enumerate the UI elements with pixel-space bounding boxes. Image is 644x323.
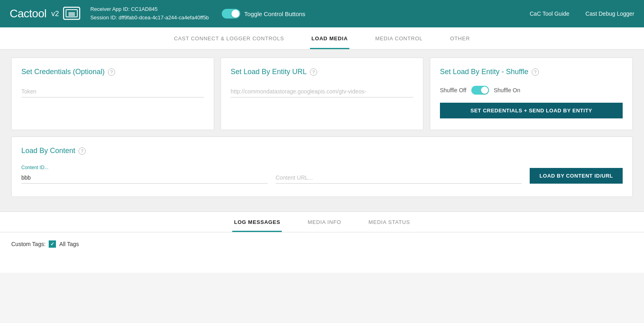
tab-media-info[interactable]: MEDIA INFO: [306, 212, 343, 232]
entity-url-help-icon[interactable]: ?: [310, 68, 317, 76]
content-url-group: [276, 172, 530, 184]
logo-text: Cactool: [10, 7, 46, 20]
tab-media-status[interactable]: MEDIA STATUS: [367, 212, 412, 232]
load-by-content-title-text: Load By Content: [21, 147, 75, 155]
svg-rect-2: [68, 12, 75, 16]
toggle-control-buttons-section: Toggle Control Buttons: [222, 9, 305, 19]
header-toggle-switch[interactable]: [222, 9, 240, 19]
entity-url-title-text: Set Load By Entity URL: [231, 68, 307, 76]
entity-url-card-title: Set Load By Entity URL ?: [231, 68, 413, 76]
credentials-help-icon[interactable]: ?: [108, 68, 115, 76]
load-by-content-title: Load By Content ?: [21, 147, 623, 155]
receiver-app-id: Receiver App ID: CC1AD845: [90, 5, 208, 14]
custom-tags-row: Custom Tags: All Tags: [11, 240, 633, 248]
toggle-control-label: Toggle Control Buttons: [244, 10, 305, 17]
shuffle-off-label: Shuffle Off: [440, 87, 466, 93]
content-id-group: Content ID...: [21, 165, 276, 184]
entity-shuffle-title-text: Set Load By Entity - Shuffle: [440, 68, 528, 76]
tab-load-media[interactable]: LOAD MEDIA: [310, 27, 349, 49]
load-by-content-help-icon[interactable]: ?: [78, 147, 86, 155]
top-cards-row: Set Credentials (Optional) ? Set Load By…: [11, 58, 633, 130]
app-header: Cactool v2 Receiver App ID: CC1AD845 Ses…: [0, 0, 644, 27]
tab-cast-connect[interactable]: CAST CONNECT & LOGGER CONTROLS: [172, 27, 285, 49]
entity-shuffle-card-title: Set Load By Entity - Shuffle ?: [440, 68, 623, 76]
logo-version: v2: [51, 10, 59, 18]
entity-url-input[interactable]: [231, 86, 413, 97]
bottom-section: LOG MESSAGES MEDIA INFO MEDIA STATUS Cus…: [0, 211, 644, 273]
token-input[interactable]: [21, 86, 204, 97]
entity-shuffle-help-icon[interactable]: ?: [532, 68, 539, 76]
shuffle-on-label: Shuffle On: [494, 87, 520, 93]
load-by-content-card: Load By Content ? Content ID... LOAD BY …: [11, 137, 633, 197]
tab-other[interactable]: OTHER: [448, 27, 472, 49]
credentials-card: Set Credentials (Optional) ?: [11, 58, 214, 130]
bottom-tabs: LOG MESSAGES MEDIA INFO MEDIA STATUS: [0, 212, 644, 232]
cast-icon: [63, 6, 80, 21]
bottom-content: Custom Tags: All Tags: [0, 232, 644, 273]
custom-tags-label: Custom Tags:: [11, 241, 45, 247]
all-tags-checkbox[interactable]: [49, 240, 56, 248]
logo: Cactool v2: [10, 6, 80, 21]
entity-url-card: Set Load By Entity URL ?: [221, 58, 423, 130]
content-url-input[interactable]: [276, 172, 522, 184]
shuffle-toggle-switch[interactable]: [471, 86, 489, 95]
main-nav-tabs: CAST CONNECT & LOGGER CONTROLS LOAD MEDI…: [0, 27, 644, 50]
credentials-card-title: Set Credentials (Optional) ?: [21, 68, 204, 76]
main-content: Set Credentials (Optional) ? Set Load By…: [0, 50, 644, 211]
content-id-label: Content ID...: [21, 165, 268, 170]
cac-tool-guide-link[interactable]: CaC Tool Guide: [530, 10, 570, 17]
header-nav: CaC Tool Guide Cast Debug Logger: [530, 10, 634, 17]
tab-media-control[interactable]: MEDIA CONTROL: [374, 27, 424, 49]
all-tags-label: All Tags: [59, 241, 79, 247]
content-id-input[interactable]: [21, 172, 268, 184]
session-info: Receiver App ID: CC1AD845 Session ID: df…: [90, 5, 208, 22]
cast-debug-logger-link[interactable]: Cast Debug Logger: [586, 10, 634, 17]
session-id: Session ID: dff9fab0-dcea-4c17-a244-ca4e…: [90, 14, 208, 22]
content-fields-row: Content ID... LOAD BY CONTENT ID/URL: [21, 165, 623, 184]
credentials-title-text: Set Credentials (Optional): [21, 68, 105, 76]
entity-shuffle-card: Set Load By Entity - Shuffle ? Shuffle O…: [430, 58, 633, 130]
tab-log-messages[interactable]: LOG MESSAGES: [232, 212, 282, 232]
load-by-content-button[interactable]: LOAD BY CONTENT ID/URL: [530, 168, 623, 184]
set-credentials-send-load-button[interactable]: SET CREDENTIALS + SEND LOAD BY ENTITY: [440, 103, 623, 118]
shuffle-toggle-row: Shuffle Off Shuffle On: [440, 86, 623, 95]
